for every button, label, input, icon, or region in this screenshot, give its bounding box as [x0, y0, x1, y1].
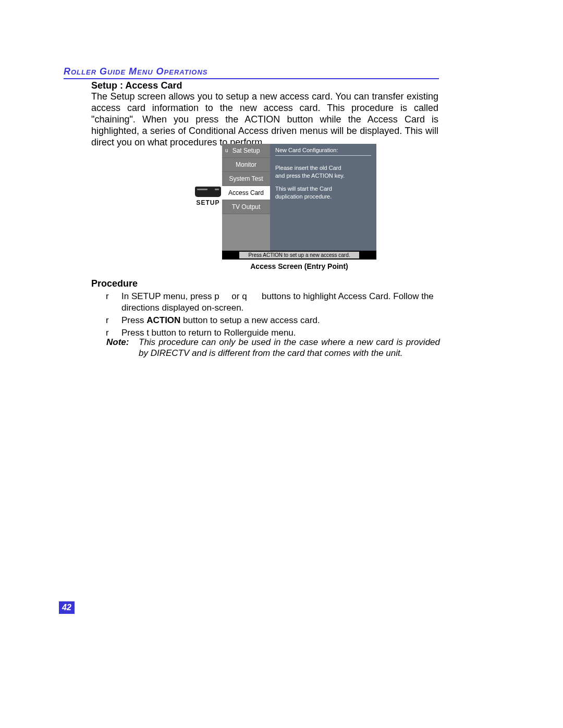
bullet-icon: r	[106, 315, 121, 326]
note-block: Note: This procedure can only be used in…	[106, 337, 440, 359]
info-panel: New Card Configuration: Please insert th…	[270, 144, 376, 251]
info-panel-divider	[275, 155, 371, 156]
screenshot-caption: Access Screen (Entry Point)	[222, 262, 376, 270]
text-run: Press	[121, 315, 146, 325]
menu-item-sat-setup[interactable]: u Sat Setup	[222, 144, 270, 158]
list-item-text: Press ACTION button to setup a new acces…	[121, 315, 439, 326]
menu-item-monitor[interactable]: Monitor	[222, 158, 270, 172]
info-line: and press the ACTION key.	[275, 172, 371, 180]
vcr-icon	[195, 187, 221, 197]
info-spacer	[275, 180, 371, 185]
page-number: 42	[59, 601, 75, 614]
screenshot-footer-text: Press ACTION to set up a new access card…	[239, 252, 359, 258]
menu-item-system-test[interactable]: System Test	[222, 172, 270, 186]
menu-item-label: TV Output	[232, 203, 261, 211]
sub-section-header: Setup : Access Card	[91, 80, 182, 91]
list-item: r Press ACTION button to setup a new acc…	[106, 315, 439, 326]
menu-item-label: Access Card	[228, 189, 264, 196]
menu-item-access-card[interactable]: Access Card	[222, 186, 270, 200]
info-line: This will start the Card	[275, 185, 371, 193]
tv-screenshot: u Sat Setup Monitor System Test Access C…	[222, 144, 376, 260]
info-line: duplication procedure.	[275, 193, 371, 201]
list-item: r In SETUP menu, press p or q buttons to…	[106, 291, 439, 314]
body-paragraph: The Setup screen allows you to setup a n…	[91, 91, 438, 149]
menu-item-label: Sat Setup	[232, 147, 260, 154]
screenshot-footer: Press ACTION to set up a new access card…	[222, 251, 376, 260]
text-run-bold: ACTION	[146, 315, 180, 325]
note-text: This procedure can only be used in the c…	[139, 337, 440, 359]
setup-icon-label: SETUP	[192, 199, 224, 206]
setup-menu-column: u Sat Setup Monitor System Test Access C…	[222, 144, 270, 251]
list-item-text: In SETUP menu, press p or q buttons to h…	[121, 291, 439, 314]
arrow-up-icon: u	[225, 144, 228, 157]
procedure-list: r In SETUP menu, press p or q buttons to…	[106, 291, 439, 340]
info-line: Please insert the old Card	[275, 164, 371, 172]
info-panel-title: New Card Configuration:	[270, 144, 376, 154]
menu-item-tv-output[interactable]: TV Output	[222, 200, 270, 214]
section-header: Roller Guide Menu Operations	[64, 66, 439, 79]
note-label: Note:	[106, 337, 139, 359]
text-run: In SETUP menu, press p	[121, 291, 219, 301]
menu-item-label: System Test	[229, 175, 263, 182]
bullet-icon: r	[106, 291, 121, 314]
procedure-header: Procedure	[91, 278, 138, 289]
document-page: Roller Guide Menu Operations Setup : Acc…	[0, 0, 563, 728]
text-run: button to setup a new access card.	[180, 315, 320, 325]
menu-item-label: Monitor	[236, 161, 256, 168]
info-panel-body: Please insert the old Card and press the…	[270, 159, 376, 200]
text-run: or q	[229, 291, 250, 301]
setup-vcr-icon: SETUP	[192, 187, 224, 206]
